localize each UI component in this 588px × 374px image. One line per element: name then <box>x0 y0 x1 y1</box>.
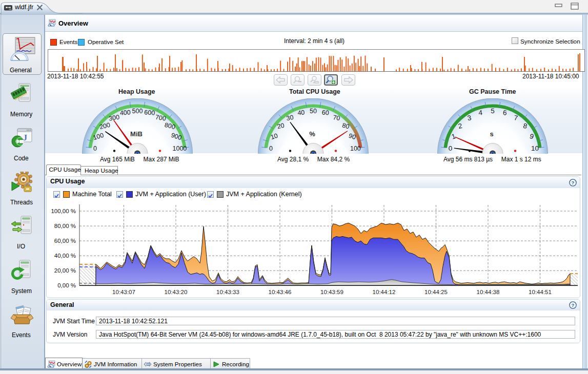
svg-text:MiB: MiB <box>130 130 143 138</box>
svg-text:70: 70 <box>332 114 340 122</box>
svg-text:10:43:07: 10:43:07 <box>112 289 135 295</box>
svg-text:6: 6 <box>502 109 507 116</box>
svg-text:10: 10 <box>531 144 538 152</box>
svg-text:40: 40 <box>297 109 305 116</box>
svg-text:50: 50 <box>310 107 317 114</box>
svg-text:40,00 %: 40,00 % <box>54 253 76 259</box>
svg-text:10:44:25: 10:44:25 <box>424 289 448 295</box>
svg-text:10:43:20: 10:43:20 <box>165 289 188 295</box>
svg-text:100,00 %: 100,00 % <box>51 208 76 214</box>
svg-text:0: 0 <box>448 144 452 152</box>
svg-text:?: ? <box>572 302 575 308</box>
svg-text:%: % <box>309 130 315 138</box>
svg-text:400: 400 <box>119 109 131 116</box>
svg-text:J: J <box>23 133 27 142</box>
svg-text:10:43:46: 10:43:46 <box>269 289 292 295</box>
svg-text:100: 100 <box>350 144 360 152</box>
svg-text:10:43:59: 10:43:59 <box>320 289 343 295</box>
svg-text:1000: 1000 <box>172 144 187 152</box>
svg-text:60: 60 <box>321 109 329 116</box>
svg-text:500: 500 <box>132 107 143 114</box>
svg-text:5: 5 <box>491 107 495 115</box>
svg-text:60,00 %: 60,00 % <box>54 238 76 244</box>
svg-text:20,00 %: 20,00 % <box>54 267 76 274</box>
svg-text:10:44:12: 10:44:12 <box>373 289 396 295</box>
svg-text:0,00 %: 0,00 % <box>57 282 76 288</box>
svg-text:10:44:38: 10:44:38 <box>477 289 500 295</box>
svg-text:s: s <box>490 130 493 138</box>
svg-text:80,00 %: 80,00 % <box>54 223 76 229</box>
svg-text:0: 0 <box>93 144 97 152</box>
svg-text:600: 600 <box>144 109 155 116</box>
svg-text:10:43:33: 10:43:33 <box>216 289 239 295</box>
svg-text:30: 30 <box>286 114 294 122</box>
svg-text:0: 0 <box>269 144 273 152</box>
svg-text:10:44:51: 10:44:51 <box>529 289 552 295</box>
